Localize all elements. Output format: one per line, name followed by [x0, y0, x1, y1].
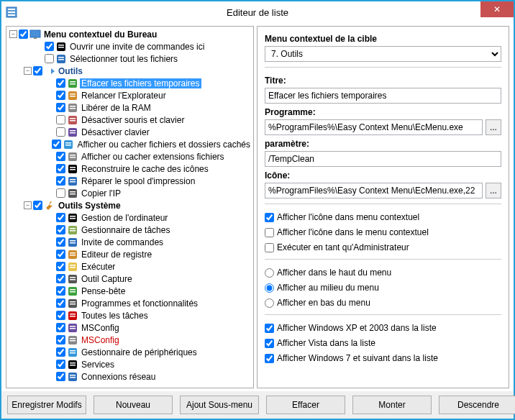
tree-item[interactable]: Exécuter	[8, 260, 252, 273]
tree-item[interactable]: Réparer le spool d'impression	[8, 175, 252, 187]
title-input[interactable]	[265, 88, 501, 104]
tree-item[interactable]: Sélectionner tout les fichiers	[8, 52, 252, 65]
tree-item[interactable]: Connexions réseau	[8, 370, 252, 383]
tree-item[interactable]: MSConfig	[8, 321, 252, 334]
svg-rect-77	[70, 352, 76, 354]
item-icon	[67, 114, 78, 126]
item-checkbox[interactable]	[52, 140, 61, 149]
close-button[interactable]: ✕	[480, 1, 514, 17]
item-label: Programmes et fonctionnalités	[80, 298, 199, 309]
down-button[interactable]: Descendre	[439, 396, 515, 414]
item-checkbox[interactable]	[56, 274, 65, 283]
item-checkbox[interactable]	[56, 298, 65, 308]
tree-item[interactable]: Relancer l'Explorateur	[8, 89, 252, 101]
expander-icon[interactable]: −	[9, 30, 17, 38]
tree-item[interactable]: Effacer les fichiers temporaires	[8, 77, 252, 89]
tree-item[interactable]: Toutes les tâches	[8, 309, 252, 321]
item-checkbox[interactable]	[56, 262, 65, 271]
rad-bot[interactable]	[265, 298, 274, 308]
tree-item[interactable]: Gestion de l'ordinateur	[8, 211, 252, 224]
item-checkbox[interactable]	[56, 335, 65, 344]
browse-program-button[interactable]: ...	[486, 119, 501, 135]
tree-item[interactable]: MSConfig	[8, 334, 252, 346]
svg-rect-74	[70, 340, 76, 342]
tree-item[interactable]: Copier l'IP	[8, 187, 252, 199]
chk-vista[interactable]	[265, 339, 274, 348]
tree-item[interactable]: Pense-bête	[8, 285, 252, 297]
item-checkbox[interactable]	[56, 311, 65, 320]
item-checkbox[interactable]	[56, 164, 65, 173]
item-checkbox[interactable]	[56, 103, 65, 112]
chk-run-admin[interactable]	[265, 243, 274, 252]
rad-mid[interactable]	[265, 283, 274, 293]
item-label: Désactiver clavier	[80, 127, 151, 137]
item-checkbox[interactable]	[56, 250, 65, 259]
tree-item[interactable]: Afficher ou cacher extensions fichiers	[8, 150, 252, 163]
tree-view[interactable]: − Menu contextuel du Bureau Ouvrir une i…	[6, 26, 254, 388]
target-select[interactable]: 7. Outils	[265, 46, 501, 62]
tree-item[interactable]: Ouvrir une invite de commandes ici	[8, 40, 252, 52]
item-checkbox[interactable]	[56, 152, 65, 161]
item-label: Réparer le spool d'impression	[80, 176, 196, 186]
expander-icon[interactable]: −	[24, 201, 32, 209]
svg-rect-37	[70, 179, 76, 181]
program-input[interactable]	[265, 119, 483, 135]
svg-rect-31	[70, 155, 76, 156]
chk-win7-label: Afficher Windows 7 et suivant dans la li…	[277, 353, 438, 363]
param-input[interactable]	[265, 151, 501, 167]
item-icon	[67, 127, 78, 138]
tree-item[interactable]: Invite de commandes	[8, 236, 252, 248]
item-checkbox[interactable]	[56, 188, 65, 198]
tree-item[interactable]: Reconstruire le cache des icônes	[8, 163, 252, 175]
chk-show-ctx-label: Afficher l'icône dans menu contextuel	[277, 212, 419, 222]
chk-xp[interactable]	[265, 324, 274, 333]
item-checkbox[interactable]	[56, 323, 65, 332]
tools-checkbox[interactable]	[33, 66, 42, 76]
item-checkbox[interactable]	[56, 347, 65, 357]
svg-rect-40	[70, 191, 76, 193]
item-checkbox[interactable]	[56, 372, 65, 381]
svg-rect-47	[70, 230, 76, 232]
tree-item[interactable]: Désactiver clavier	[8, 126, 252, 138]
tree-item[interactable]: Services	[8, 358, 252, 370]
expander-icon[interactable]: −	[24, 67, 32, 75]
clear-button[interactable]: Effacer	[266, 396, 345, 414]
item-checkbox[interactable]	[56, 225, 65, 234]
tree-item[interactable]: Gestionnaire de tâches	[8, 224, 252, 236]
svg-rect-49	[70, 240, 76, 242]
chk-show-in-ctx[interactable]	[265, 228, 274, 237]
chk-win7[interactable]	[265, 354, 274, 363]
svg-rect-58	[70, 277, 76, 278]
item-checkbox[interactable]	[56, 115, 65, 124]
add-submenu-button[interactable]: Ajout Sous-menu	[180, 396, 259, 414]
tree-item[interactable]: Afficher ou cacher fichiers et dossiers …	[8, 138, 252, 150]
item-checkbox[interactable]	[56, 286, 65, 296]
chk-show-ctx[interactable]	[265, 213, 274, 222]
tree-item[interactable]: Outil Capture	[8, 273, 252, 285]
systools-checkbox[interactable]	[33, 201, 42, 210]
up-button[interactable]: Monter	[352, 396, 432, 414]
item-icon	[67, 224, 78, 236]
item-checkbox[interactable]	[56, 176, 65, 186]
item-label: Editeur de registre	[80, 250, 153, 260]
rad-top[interactable]	[265, 268, 274, 278]
item-checkbox[interactable]	[45, 42, 54, 51]
root-checkbox[interactable]	[19, 29, 28, 39]
browse-icon-button[interactable]: ...	[486, 183, 501, 198]
item-checkbox[interactable]	[45, 54, 54, 63]
item-checkbox[interactable]	[56, 213, 65, 222]
item-checkbox[interactable]	[56, 127, 65, 137]
item-checkbox[interactable]	[56, 237, 65, 247]
tree-item[interactable]: Gestionnaire de périphériques	[8, 346, 252, 358]
item-checkbox[interactable]	[56, 360, 65, 369]
new-button[interactable]: Nouveau	[94, 396, 173, 414]
item-checkbox[interactable]	[56, 91, 65, 100]
item-checkbox[interactable]	[56, 78, 65, 88]
tree-item[interactable]: Editeur de registre	[8, 248, 252, 260]
save-button[interactable]: Enregistrer Modifs	[7, 396, 86, 414]
tree-item[interactable]: Libérer de la RAM	[8, 101, 252, 114]
svg-rect-4	[30, 30, 40, 37]
tree-item[interactable]: Programmes et fonctionnalités	[8, 297, 252, 309]
icon-input[interactable]	[265, 183, 483, 198]
tree-item[interactable]: Désactiver souris et clavier	[8, 114, 252, 126]
